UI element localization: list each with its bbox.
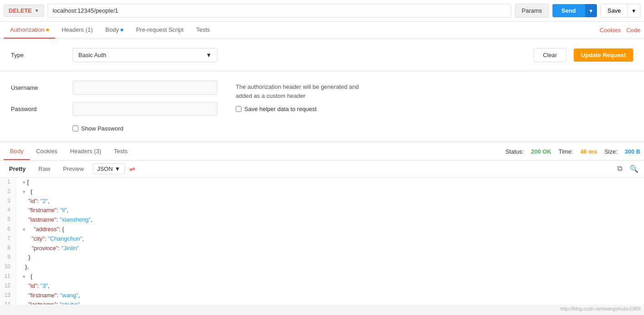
update-request-button[interactable]: Update Request	[574, 48, 633, 62]
search-icon[interactable]: 🔍	[628, 164, 640, 174]
code-line: 3 "id": "2",	[0, 197, 644, 206]
tab-headers[interactable]: Headers (1)	[55, 22, 99, 39]
tab-body-label: Body	[106, 26, 119, 33]
view-tabs-bar: Pretty Raw Preview JSON ▼ ⇌ ⧉ 🔍	[0, 160, 644, 178]
line-content: ▼ "address": {	[16, 225, 644, 234]
method-label: DELETE	[9, 7, 32, 14]
save-button-group: Save ▼	[600, 4, 640, 18]
tab-tests[interactable]: Tests	[190, 22, 216, 39]
auth-fields: Username Password Show Password	[11, 81, 218, 132]
line-number: 6	[0, 225, 16, 234]
view-icons: ⧉ 🔍	[615, 164, 640, 174]
username-input[interactable]	[73, 81, 218, 95]
code-line: 11▼ {	[0, 272, 644, 281]
auth-type-row: Type Basic Auth ▼ Clear Update Request	[11, 48, 633, 62]
line-number: 3	[0, 197, 16, 206]
status-label: Status:	[505, 148, 523, 155]
clear-button[interactable]: Clear	[533, 48, 567, 62]
line-content: },	[16, 262, 644, 272]
resp-tab-body[interactable]: Body	[4, 143, 30, 160]
resp-body-label: Body	[10, 148, 24, 155]
tab-pre-request-script[interactable]: Pre-request Script	[130, 22, 190, 39]
size-label: Size:	[604, 148, 617, 155]
save-helper-checkbox[interactable]	[236, 106, 242, 112]
send-button-group: Send ▼	[552, 4, 597, 17]
resp-tab-cookies[interactable]: Cookies	[30, 143, 64, 160]
collapse-arrow-icon[interactable]: ▼	[22, 227, 26, 232]
view-tab-pretty[interactable]: Pretty	[4, 163, 31, 174]
view-tab-raw[interactable]: Raw	[33, 163, 56, 174]
method-selector[interactable]: DELETE ▼	[4, 5, 44, 17]
line-content: ▼[	[16, 178, 644, 187]
save-dropdown-button[interactable]: ▼	[627, 4, 640, 17]
send-dropdown-button[interactable]: ▼	[585, 4, 597, 17]
sort-icon[interactable]: ⇌	[129, 165, 135, 173]
collapse-arrow-icon[interactable]: ▼	[22, 180, 26, 185]
authorization-dot	[46, 29, 49, 31]
code-line: 6▼ "address": {	[0, 225, 644, 234]
view-tab-preview[interactable]: Preview	[58, 163, 89, 174]
type-select-chevron-icon: ▼	[206, 52, 212, 58]
password-row: Password	[11, 102, 218, 116]
line-content: "firstname": "wang",	[16, 291, 644, 300]
line-number: 8	[0, 244, 16, 253]
tab-headers-label: Headers (1)	[62, 26, 93, 33]
code-line: 2▼ {	[0, 187, 644, 197]
code-line: 9 }	[0, 253, 644, 262]
tab-authorization[interactable]: Authorization	[4, 22, 55, 39]
save-button[interactable]: Save	[601, 4, 627, 17]
response-status: Status: 200 OK Time: 46 ms Size: 300 B	[505, 148, 640, 155]
time-label: Time:	[558, 148, 573, 155]
password-label: Password	[11, 106, 65, 112]
preview-label: Preview	[63, 165, 84, 172]
tab-pre-request-label: Pre-request Script	[136, 26, 184, 33]
top-links: Cookies Code	[600, 27, 640, 34]
type-select[interactable]: Basic Auth ▼	[73, 48, 218, 62]
show-password-label[interactable]: Show Password	[81, 125, 123, 132]
auth-info-text: The authorization header will be generat…	[236, 82, 363, 100]
password-input[interactable]	[73, 102, 218, 116]
auth-form-inner: Username Password Show Password The auth…	[11, 81, 633, 132]
line-content: "lastname": "shubo",	[16, 300, 644, 305]
code-link[interactable]: Code	[626, 27, 640, 34]
send-button[interactable]: Send	[552, 4, 585, 17]
code-area[interactable]: 1▼[2▼ {3 "id": "2",4 "firstname": "li",5…	[0, 178, 644, 305]
tab-authorization-label: Authorization	[10, 26, 44, 33]
line-number: 7	[0, 234, 16, 244]
type-select-value: Basic Auth	[78, 52, 106, 58]
resp-tab-headers[interactable]: Headers (3)	[64, 143, 108, 160]
cookies-link[interactable]: Cookies	[600, 27, 621, 34]
line-number: 12	[0, 281, 16, 291]
code-line: 10 },	[0, 262, 644, 272]
line-content: "id": "2",	[16, 197, 644, 206]
line-number: 10	[0, 262, 16, 272]
line-content: }	[16, 253, 644, 262]
response-section: Body Cookies Headers (3) Tests Status: 2…	[0, 143, 644, 305]
line-content: ▼ {	[16, 272, 644, 281]
type-label: Type	[11, 52, 65, 58]
line-number: 4	[0, 206, 16, 215]
line-number: 5	[0, 215, 16, 225]
line-content: ▼ {	[16, 187, 644, 197]
resp-tab-tests[interactable]: Tests	[107, 143, 134, 160]
collapse-arrow-icon[interactable]: ▼	[22, 274, 26, 279]
line-content: "id": "3",	[16, 281, 644, 291]
code-line: 7 "city": "Changchun",	[0, 234, 644, 244]
code-line: 1▼[	[0, 178, 644, 187]
tab-body[interactable]: Body	[99, 22, 130, 39]
format-select[interactable]: JSON ▼	[93, 163, 125, 174]
body-dot	[121, 29, 123, 31]
copy-icon[interactable]: ⧉	[615, 164, 624, 174]
params-button[interactable]: Params	[515, 4, 549, 18]
show-password-checkbox[interactable]	[73, 126, 78, 131]
save-helper-label[interactable]: Save helper data to request	[244, 106, 317, 112]
collapse-arrow-icon[interactable]: ▼	[22, 189, 26, 194]
line-number: 9	[0, 253, 16, 262]
url-input[interactable]	[48, 4, 511, 18]
code-line: 14 "lastname": "shubo",	[0, 300, 644, 305]
line-number: 1	[0, 178, 16, 187]
code-line: 5 "lastname": "xiansheng",	[0, 215, 644, 225]
line-content: "lastname": "xiansheng",	[16, 215, 644, 225]
code-line: 12 "id": "3",	[0, 281, 644, 291]
auth-type-section: Type Basic Auth ▼ Clear Update Request	[0, 39, 644, 72]
